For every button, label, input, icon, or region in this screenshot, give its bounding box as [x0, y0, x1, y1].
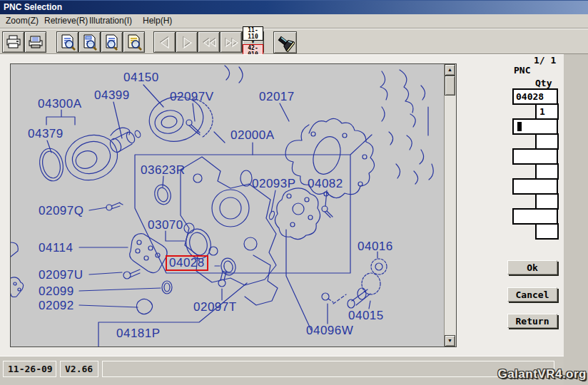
qty-field-1[interactable]: 1 — [535, 103, 559, 120]
pnc-label: PNC — [514, 65, 530, 76]
illustration-panel: 04150 04399 02097V 02017 04300A 04379 02… — [10, 63, 457, 347]
part-label-03623R[interactable]: 03623R — [141, 164, 186, 177]
part-label-02093P[interactable]: 02093P — [252, 178, 296, 190]
qty-label: Qty — [535, 78, 552, 88]
background-strip — [564, 54, 588, 385]
part-label-04150[interactable]: 04150 — [123, 71, 159, 84]
part-label-02097V[interactable]: 02097V — [170, 91, 214, 103]
page-indicator: 1/ 1 — [534, 55, 556, 66]
part-label-04399[interactable]: 04399 — [94, 89, 130, 102]
pnc-field-3[interactable] — [512, 148, 558, 165]
part-label-02097U[interactable]: 02097U — [39, 269, 83, 282]
return-button[interactable]: Return — [507, 314, 557, 328]
zoom-document-2-icon — [81, 34, 98, 51]
status-message — [102, 361, 554, 377]
arrow-right-icon — [179, 35, 195, 49]
double-arrow-left-icon — [201, 35, 218, 49]
vertical-scrollbar[interactable]: ▲ ▼ — [444, 64, 456, 346]
part-label-04082[interactable]: 04082 — [308, 178, 343, 190]
qty-field-3[interactable] — [535, 163, 559, 180]
window-title: PNC Selection — [4, 2, 62, 12]
zoom-mode-1-button[interactable] — [56, 31, 78, 53]
scroll-down-button[interactable]: ▼ — [445, 335, 455, 346]
search-light-button[interactable] — [273, 31, 297, 53]
pnc-field-1[interactable]: 04028 — [512, 88, 558, 105]
part-label-04015[interactable]: 04015 — [348, 309, 384, 322]
print-button[interactable] — [2, 31, 24, 53]
zoom-document-3-icon — [103, 34, 121, 51]
menu-retrieve[interactable]: Retrieve(R) — [41, 14, 91, 28]
ok-button[interactable]: Ok — [507, 260, 557, 274]
part-label-04096W[interactable]: 04096W — [306, 324, 353, 337]
code-range-button[interactable]: 11-110 ▼ 42-010 — [242, 31, 264, 53]
code-range-top: 11-110 — [243, 26, 263, 41]
zoom-mode-4-button[interactable] — [123, 31, 145, 53]
zoom-document-icon — [59, 34, 76, 51]
client-area: 04150 04399 02097V 02017 04300A 04379 02… — [0, 54, 564, 356]
arrow-left-icon — [157, 35, 173, 49]
part-label-03070[interactable]: 03070 — [148, 219, 183, 232]
qty-field-5[interactable] — [535, 223, 559, 240]
part-label-02017[interactable]: 02017 — [259, 91, 295, 103]
qty-field-2[interactable] — [535, 133, 559, 150]
cancel-button[interactable]: Cancel — [507, 287, 557, 302]
scroll-up-button[interactable]: ▲ — [445, 64, 455, 76]
zoom-document-yellow-icon — [126, 34, 143, 51]
down-arrow-icon: ▼ — [447, 338, 452, 343]
part-label-04114[interactable]: 04114 — [39, 242, 74, 255]
menu-illutration[interactable]: Illutration(I) — [86, 14, 135, 28]
status-bar: 11-26-09 V2.66 — [0, 356, 564, 385]
printer-icon — [6, 35, 21, 49]
part-label-02092[interactable]: 02092 — [39, 299, 74, 312]
pnc-field-2[interactable] — [512, 118, 558, 135]
scroll-thumb[interactable] — [445, 76, 455, 96]
nav-prev-group-button[interactable] — [198, 31, 220, 53]
toolbar: 11-110 ▼ 42-010 — [0, 29, 588, 54]
menu-bar: Zoom(Z) Retrieve(R) Illutration(I) Help(… — [0, 14, 588, 29]
zoom-mode-3-button[interactable] — [101, 31, 123, 53]
print-preview-button[interactable] — [24, 31, 46, 53]
part-label-02097T[interactable]: 02097T — [193, 301, 237, 314]
print-preview-icon — [28, 35, 44, 49]
part-label-04016[interactable]: 04016 — [358, 240, 393, 253]
menu-zoom[interactable]: Zoom(Z) — [3, 14, 41, 28]
part-label-02000A[interactable]: 02000A — [230, 129, 275, 142]
part-label-04379[interactable]: 04379 — [28, 128, 64, 140]
part-label-04181P[interactable]: 04181P — [116, 327, 161, 340]
nav-next-group-button[interactable] — [220, 31, 242, 53]
pnc-field-5[interactable] — [512, 208, 558, 225]
part-label-04028-highlighted[interactable]: 04028 — [166, 255, 208, 271]
part-label-02097Q[interactable]: 02097Q — [39, 205, 84, 217]
flashlight-icon — [276, 34, 295, 52]
pnc-selection-window: PNC Selection Zoom(Z) Retrieve(R) Illutr… — [0, 0, 588, 385]
qty-field-4[interactable] — [535, 193, 559, 210]
text-cursor — [517, 122, 522, 131]
nav-next-button[interactable] — [176, 31, 198, 53]
pnc-field-4[interactable] — [512, 178, 558, 195]
status-date: 11-26-09 — [3, 361, 56, 377]
part-label-04300A[interactable]: 04300A — [38, 98, 82, 111]
nav-prev-button[interactable] — [153, 31, 176, 53]
status-version: V2.66 — [60, 361, 98, 377]
part-label-02099[interactable]: 02099 — [39, 285, 74, 298]
window-titlebar: PNC Selection — [0, 0, 588, 14]
menu-help[interactable]: Help(H) — [140, 14, 175, 28]
zoom-mode-2-button[interactable] — [78, 31, 101, 53]
up-arrow-icon: ▲ — [447, 67, 452, 72]
double-arrow-right-icon — [223, 35, 240, 49]
watermark: GalantVR4.org — [497, 367, 587, 381]
